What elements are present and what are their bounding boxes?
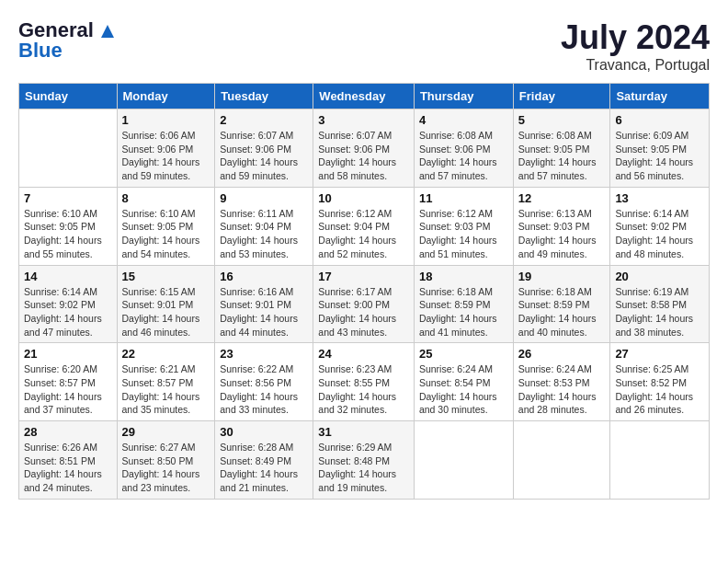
day-cell: 18Sunrise: 6:18 AMSunset: 8:59 PMDayligh… [414, 265, 513, 343]
day-info: Sunrise: 6:18 AMSunset: 8:59 PMDaylight:… [518, 285, 606, 339]
day-info: Sunrise: 6:11 AMSunset: 9:04 PMDaylight:… [220, 207, 308, 261]
day-number: 6 [615, 113, 704, 127]
day-info: Sunrise: 6:08 AMSunset: 9:06 PMDaylight:… [419, 129, 508, 183]
header-day-monday: Monday [117, 84, 215, 109]
header: General Blue July 2024 Travanca, Portuga… [18, 18, 710, 74]
day-number: 5 [518, 113, 606, 127]
day-info: Sunrise: 6:07 AMSunset: 9:06 PMDaylight:… [318, 129, 409, 183]
day-info: Sunrise: 6:09 AMSunset: 9:05 PMDaylight:… [615, 129, 704, 183]
day-info: Sunrise: 6:26 AMSunset: 8:51 PMDaylight:… [24, 441, 112, 495]
day-number: 18 [419, 270, 508, 283]
week-row-3: 14Sunrise: 6:14 AMSunset: 9:02 PMDayligh… [19, 265, 710, 343]
day-info: Sunrise: 6:17 AMSunset: 9:00 PMDaylight:… [318, 285, 409, 339]
day-number: 20 [615, 270, 704, 283]
day-cell: 29Sunrise: 6:27 AMSunset: 8:50 PMDayligh… [117, 421, 215, 500]
day-info: Sunrise: 6:14 AMSunset: 9:02 PMDaylight:… [615, 207, 704, 261]
day-cell: 27Sunrise: 6:25 AMSunset: 8:52 PMDayligh… [610, 343, 710, 421]
day-number: 10 [318, 191, 409, 205]
day-cell: 13Sunrise: 6:14 AMSunset: 9:02 PMDayligh… [610, 187, 710, 265]
day-cell: 1Sunrise: 6:06 AMSunset: 9:06 PMDaylight… [117, 109, 215, 188]
day-cell: 23Sunrise: 6:22 AMSunset: 8:56 PMDayligh… [215, 343, 313, 421]
location-title: Travanca, Portugal [561, 57, 710, 74]
day-cell: 25Sunrise: 6:24 AMSunset: 8:54 PMDayligh… [414, 343, 513, 421]
logo: General Blue [18, 18, 114, 63]
day-cell: 14Sunrise: 6:14 AMSunset: 9:02 PMDayligh… [19, 265, 118, 343]
day-cell [610, 421, 710, 500]
title-area: July 2024 Travanca, Portugal [561, 18, 710, 74]
header-row: SundayMondayTuesdayWednesdayThursdayFrid… [19, 84, 710, 109]
week-row-2: 7Sunrise: 6:10 AMSunset: 9:05 PMDaylight… [19, 187, 710, 265]
day-number: 26 [518, 347, 606, 361]
day-info: Sunrise: 6:10 AMSunset: 9:05 PMDaylight:… [122, 207, 210, 261]
day-info: Sunrise: 6:12 AMSunset: 9:03 PMDaylight:… [419, 207, 508, 261]
day-cell: 5Sunrise: 6:08 AMSunset: 9:05 PMDaylight… [513, 109, 610, 188]
day-info: Sunrise: 6:22 AMSunset: 8:56 PMDaylight:… [220, 362, 308, 417]
day-info: Sunrise: 6:06 AMSunset: 9:06 PMDaylight:… [122, 129, 210, 183]
day-cell: 28Sunrise: 6:26 AMSunset: 8:51 PMDayligh… [19, 421, 118, 500]
calendar-table: SundayMondayTuesdayWednesdayThursdayFrid… [18, 83, 710, 500]
day-info: Sunrise: 6:29 AMSunset: 8:48 PMDaylight:… [318, 441, 409, 495]
header-day-sunday: Sunday [19, 84, 118, 109]
day-cell: 8Sunrise: 6:10 AMSunset: 9:05 PMDaylight… [117, 187, 215, 265]
day-info: Sunrise: 6:07 AMSunset: 9:06 PMDaylight:… [220, 129, 308, 183]
day-info: Sunrise: 6:18 AMSunset: 8:59 PMDaylight:… [419, 285, 508, 339]
day-cell: 21Sunrise: 6:20 AMSunset: 8:57 PMDayligh… [19, 343, 118, 421]
day-number: 31 [318, 425, 409, 439]
day-cell: 26Sunrise: 6:24 AMSunset: 8:53 PMDayligh… [513, 343, 610, 421]
day-number: 29 [122, 425, 210, 439]
month-title: July 2024 [561, 18, 710, 57]
day-number: 17 [318, 270, 409, 283]
day-cell: 31Sunrise: 6:29 AMSunset: 8:48 PMDayligh… [313, 421, 415, 500]
day-cell: 12Sunrise: 6:13 AMSunset: 9:03 PMDayligh… [513, 187, 610, 265]
day-number: 27 [615, 347, 704, 361]
day-number: 21 [24, 347, 112, 361]
day-info: Sunrise: 6:12 AMSunset: 9:04 PMDaylight:… [318, 207, 409, 261]
day-info: Sunrise: 6:25 AMSunset: 8:52 PMDaylight:… [615, 362, 704, 417]
day-cell: 6Sunrise: 6:09 AMSunset: 9:05 PMDaylight… [610, 109, 710, 188]
day-number: 4 [419, 113, 508, 127]
day-info: Sunrise: 6:08 AMSunset: 9:05 PMDaylight:… [518, 129, 606, 183]
header-day-wednesday: Wednesday [313, 84, 415, 109]
day-number: 16 [220, 270, 308, 283]
day-number: 14 [24, 270, 112, 283]
day-cell: 20Sunrise: 6:19 AMSunset: 8:58 PMDayligh… [610, 265, 710, 343]
day-info: Sunrise: 6:13 AMSunset: 9:03 PMDaylight:… [518, 207, 606, 261]
day-cell: 19Sunrise: 6:18 AMSunset: 8:59 PMDayligh… [513, 265, 610, 343]
day-number: 3 [318, 113, 409, 127]
day-info: Sunrise: 6:19 AMSunset: 8:58 PMDaylight:… [615, 285, 704, 339]
day-number: 8 [122, 191, 210, 205]
day-number: 1 [122, 113, 210, 127]
week-row-5: 28Sunrise: 6:26 AMSunset: 8:51 PMDayligh… [19, 421, 710, 500]
day-number: 30 [220, 425, 308, 439]
day-cell: 7Sunrise: 6:10 AMSunset: 9:05 PMDaylight… [19, 187, 118, 265]
day-number: 9 [220, 191, 308, 205]
day-number: 15 [122, 270, 210, 283]
day-number: 13 [615, 191, 704, 205]
day-info: Sunrise: 6:21 AMSunset: 8:57 PMDaylight:… [122, 362, 210, 417]
day-cell: 3Sunrise: 6:07 AMSunset: 9:06 PMDaylight… [313, 109, 415, 188]
day-info: Sunrise: 6:15 AMSunset: 9:01 PMDaylight:… [122, 285, 210, 339]
header-day-tuesday: Tuesday [215, 84, 313, 109]
day-number: 25 [419, 347, 508, 361]
day-number: 19 [518, 270, 606, 283]
day-cell: 11Sunrise: 6:12 AMSunset: 9:03 PMDayligh… [414, 187, 513, 265]
header-day-thursday: Thursday [414, 84, 513, 109]
day-info: Sunrise: 6:16 AMSunset: 9:01 PMDaylight:… [220, 285, 308, 339]
day-info: Sunrise: 6:24 AMSunset: 8:53 PMDaylight:… [518, 362, 606, 417]
day-info: Sunrise: 6:10 AMSunset: 9:05 PMDaylight:… [24, 207, 112, 261]
day-number: 23 [220, 347, 308, 361]
day-cell [19, 109, 118, 188]
day-info: Sunrise: 6:14 AMSunset: 9:02 PMDaylight:… [24, 285, 112, 339]
day-number: 22 [122, 347, 210, 361]
day-cell: 24Sunrise: 6:23 AMSunset: 8:55 PMDayligh… [313, 343, 415, 421]
day-cell: 15Sunrise: 6:15 AMSunset: 9:01 PMDayligh… [117, 265, 215, 343]
day-info: Sunrise: 6:24 AMSunset: 8:54 PMDaylight:… [419, 362, 508, 417]
day-cell [414, 421, 513, 500]
day-cell: 30Sunrise: 6:28 AMSunset: 8:49 PMDayligh… [215, 421, 313, 500]
day-cell: 4Sunrise: 6:08 AMSunset: 9:06 PMDaylight… [414, 109, 513, 188]
day-info: Sunrise: 6:28 AMSunset: 8:49 PMDaylight:… [220, 441, 308, 495]
day-number: 12 [518, 191, 606, 205]
day-info: Sunrise: 6:27 AMSunset: 8:50 PMDaylight:… [122, 441, 210, 495]
day-cell: 22Sunrise: 6:21 AMSunset: 8:57 PMDayligh… [117, 343, 215, 421]
logo-blue: Blue [18, 39, 63, 63]
